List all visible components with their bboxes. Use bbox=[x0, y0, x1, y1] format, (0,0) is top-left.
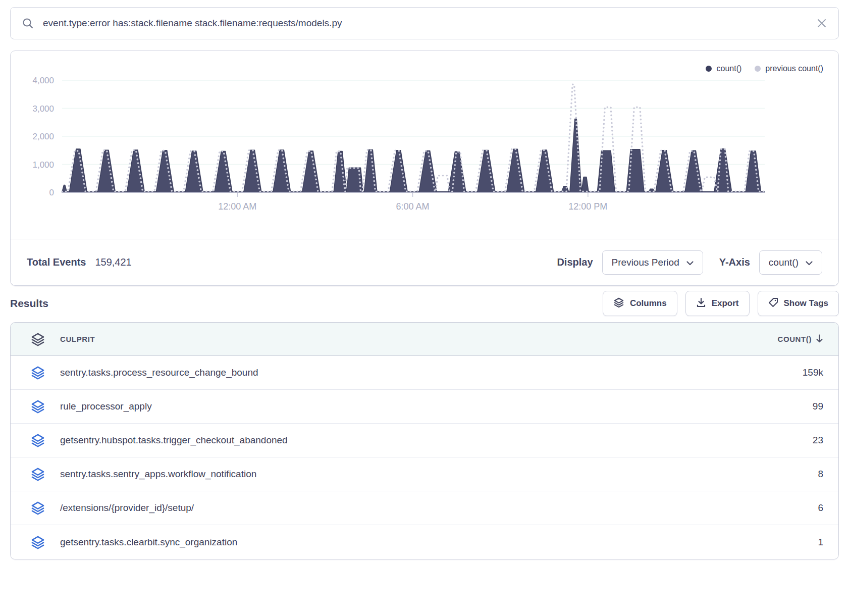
count-cell: 99 bbox=[737, 401, 838, 412]
count-legend-dot bbox=[706, 66, 712, 72]
show-tags-button[interactable]: Show Tags bbox=[758, 291, 839, 316]
table-body: sentry.tasks.process_resource_change_bou… bbox=[11, 356, 838, 559]
events-chart-panel: 01,0002,0003,0004,00012:00 AM6:00 AM12:0… bbox=[10, 50, 839, 286]
yaxis-label: Y-Axis bbox=[719, 256, 750, 268]
table-row[interactable]: getsentry.tasks.clearbit.sync_organizati… bbox=[11, 525, 838, 559]
table-row[interactable]: sentry.tasks.process_resource_change_bou… bbox=[11, 356, 838, 390]
display-label: Display bbox=[557, 256, 593, 268]
columns-button[interactable]: Columns bbox=[603, 291, 677, 316]
search-input[interactable] bbox=[42, 17, 808, 29]
layers-icon bbox=[31, 366, 47, 380]
legend-label: count() bbox=[716, 64, 741, 73]
previous-count-legend-dot bbox=[755, 66, 761, 72]
chart-canvas[interactable]: 01,0002,0003,0004,00012:00 AM6:00 AM12:0… bbox=[11, 51, 838, 239]
count-cell: 23 bbox=[737, 435, 838, 446]
legend-item-count[interactable]: count() bbox=[706, 64, 741, 73]
table-header-row: CULPRIT COUNT() bbox=[11, 323, 838, 356]
results-title: Results bbox=[10, 297, 48, 310]
culprit-cell: /extensions/{provider_id}/setup/ bbox=[60, 502, 737, 514]
search-icon bbox=[22, 17, 34, 29]
chevron-down-icon bbox=[806, 257, 813, 268]
count-cell: 1 bbox=[737, 537, 838, 548]
svg-text:12:00 PM: 12:00 PM bbox=[568, 201, 607, 212]
sort-desc-icon bbox=[816, 334, 823, 344]
table-row[interactable]: sentry.tasks.sentry_apps.workflow_notifi… bbox=[11, 457, 838, 491]
svg-text:4,000: 4,000 bbox=[32, 76, 54, 85]
table-row[interactable]: /extensions/{provider_id}/setup/ 6 bbox=[11, 491, 838, 525]
table-row[interactable]: getsentry.hubspot.tasks.trigger_checkout… bbox=[11, 424, 838, 457]
culprit-cell: sentry.tasks.sentry_apps.workflow_notifi… bbox=[60, 469, 737, 480]
chart-footer: Total Events 159,421 Display Previous Pe… bbox=[11, 239, 838, 285]
legend-label: previous count() bbox=[765, 64, 823, 73]
culprit-cell: getsentry.tasks.clearbit.sync_organizati… bbox=[60, 537, 737, 548]
layers-icon bbox=[31, 501, 47, 515]
svg-text:12:00 AM: 12:00 AM bbox=[218, 201, 256, 212]
layers-icon bbox=[31, 433, 47, 447]
show-tags-button-label: Show Tags bbox=[784, 298, 828, 309]
display-select-value: Previous Period bbox=[612, 257, 679, 268]
layers-icon[interactable] bbox=[31, 332, 47, 346]
count-cell: 8 bbox=[737, 469, 838, 480]
results-table: CULPRIT COUNT() sentry.tasks.process_res… bbox=[10, 322, 839, 559]
yaxis-select-value: count() bbox=[769, 257, 799, 268]
chart-area: 01,0002,0003,0004,00012:00 AM6:00 AM12:0… bbox=[11, 51, 838, 239]
page: 01,0002,0003,0004,00012:00 AM6:00 AM12:0… bbox=[0, 0, 849, 559]
total-events-label: Total Events bbox=[27, 256, 86, 268]
export-button[interactable]: Export bbox=[685, 291, 750, 316]
svg-text:0: 0 bbox=[49, 188, 54, 197]
download-icon bbox=[696, 297, 706, 310]
count-cell: 6 bbox=[737, 502, 838, 514]
legend-item-previous-count[interactable]: previous count() bbox=[755, 64, 823, 73]
tag-icon bbox=[768, 297, 778, 310]
display-select[interactable]: Previous Period bbox=[602, 250, 703, 275]
table-row[interactable]: rule_processor_apply 99 bbox=[11, 390, 838, 424]
total-events-value: 159,421 bbox=[95, 256, 131, 268]
svg-text:1,000: 1,000 bbox=[32, 160, 54, 170]
export-button-label: Export bbox=[712, 298, 739, 309]
count-cell: 159k bbox=[737, 367, 838, 378]
columns-icon bbox=[613, 297, 624, 311]
columns-button-label: Columns bbox=[630, 298, 667, 309]
chevron-down-icon bbox=[686, 257, 694, 268]
layers-icon bbox=[31, 399, 47, 414]
count-column-header[interactable]: COUNT() bbox=[737, 334, 838, 344]
culprit-column-header[interactable]: CULPRIT bbox=[60, 335, 737, 343]
svg-text:3,000: 3,000 bbox=[32, 104, 54, 114]
layers-icon bbox=[31, 535, 47, 549]
close-icon[interactable] bbox=[816, 18, 827, 29]
svg-text:2,000: 2,000 bbox=[32, 132, 54, 141]
culprit-cell: getsentry.hubspot.tasks.trigger_checkout… bbox=[60, 435, 737, 446]
search-bar[interactable] bbox=[10, 7, 839, 39]
culprit-cell: sentry.tasks.process_resource_change_bou… bbox=[60, 367, 737, 378]
results-header-row: Results Columns Export bbox=[10, 291, 839, 316]
svg-text:6:00 AM: 6:00 AM bbox=[396, 201, 430, 212]
chart-legend: count() previous count() bbox=[706, 64, 823, 73]
yaxis-select[interactable]: count() bbox=[759, 250, 822, 275]
layers-icon bbox=[31, 467, 47, 481]
culprit-cell: rule_processor_apply bbox=[60, 401, 737, 412]
